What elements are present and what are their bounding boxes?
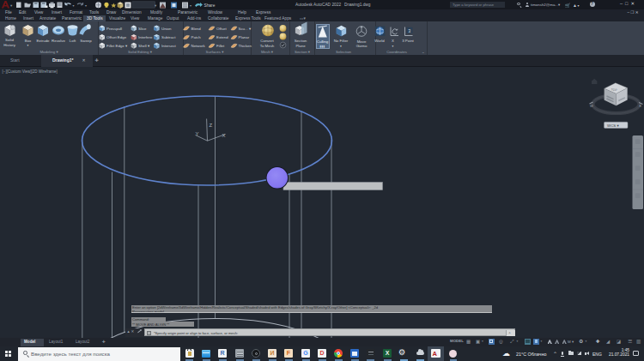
svg-text:WCS ▾: WCS ▾	[607, 123, 619, 128]
svg-text:▾: ▾	[10, 3, 13, 8]
svg-text:▾: ▾	[190, 3, 191, 8]
svg-text:▾: ▾	[85, 3, 87, 8]
svg-text:▾: ▾	[155, 3, 157, 8]
svg-text:W: W	[590, 104, 593, 108]
svg-text:TOP: TOP	[611, 88, 617, 93]
svg-text:▾: ▾	[73, 3, 75, 8]
svg-text:E: E	[640, 104, 642, 108]
svg-text:Share: Share	[204, 3, 216, 8]
svg-text:3: 3	[408, 28, 410, 33]
